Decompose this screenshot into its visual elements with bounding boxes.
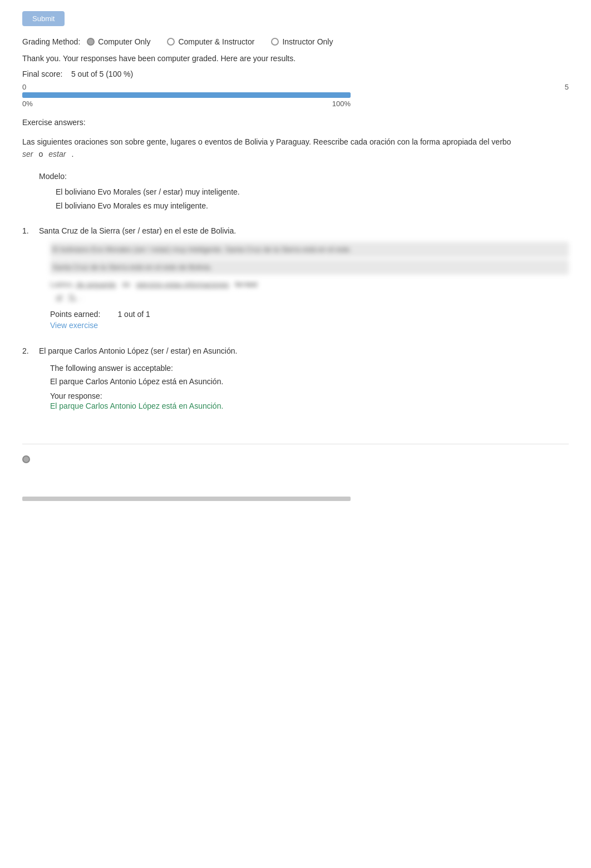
score-bar-container: 0 5 0% 100%: [22, 83, 569, 108]
score-bar-labels: 0 5: [22, 83, 569, 91]
exercise-item-1: 1. Santa Cruz de la Sierra (ser / estar)…: [22, 226, 569, 330]
modelo-label: Modelo:: [39, 172, 569, 181]
radio-label-instructor-only: Instructor Only: [282, 37, 333, 46]
radio-circle-computer-only: [87, 38, 95, 46]
radio-computer-only[interactable]: Computer Only: [87, 37, 150, 46]
bar-max-label: 5: [565, 83, 569, 91]
final-score-line: Final score: 5 out of 5 (100 %): [22, 70, 569, 78]
bottom-area: [22, 444, 569, 501]
instructions-words: ser o estar .: [22, 148, 73, 160]
blurred-line-1b: Santa Cruz de la Sierra está en el este …: [50, 260, 569, 275]
result-text: Thank you. Your responses have been comp…: [22, 54, 569, 63]
word-period: .: [71, 148, 73, 160]
bottom-progress-bar: [22, 497, 351, 501]
radio-instructor-only[interactable]: Instructor Only: [271, 37, 333, 46]
grading-method-label: Grading Method:: [22, 37, 80, 46]
points-earned-1: Points earned: 1 out of 1: [50, 310, 569, 319]
your-response-text-2: El parque Carlos Antonio López está en A…: [50, 401, 569, 410]
blurred-section-1: El boliviano Evo Morales (ser / estar) m…: [50, 242, 569, 304]
percent-min-label: 0%: [22, 100, 33, 108]
final-score-label: Final score:: [22, 70, 62, 78]
bottom-radio: [22, 455, 569, 463]
radio-circle-computer-instructor: [167, 38, 175, 46]
exercise-question-2: 2. El parque Carlos Antonio López (ser /…: [22, 346, 569, 355]
exercise-question-text-1: Santa Cruz de la Sierra (ser / estar) en…: [39, 226, 236, 235]
radio-computer-instructor[interactable]: Computer & Instructor: [167, 37, 254, 46]
points-earned-label-1: Points earned:: [50, 310, 100, 319]
radio-label-computer-instructor: Computer & Instructor: [178, 37, 254, 46]
modelo-section: Modelo: El boliviano Evo Morales (ser / …: [39, 172, 569, 213]
bottom-radio-circle: [22, 455, 30, 463]
acceptable-label-2: The following answer is acceptable:: [50, 362, 569, 375]
instructions-text: Las siguientes oraciones son sobre gente…: [22, 137, 511, 146]
exercise-number-1: 1.: [22, 226, 33, 235]
radio-circle-instructor-only: [271, 38, 279, 46]
percent-max-label: 100%: [332, 100, 351, 108]
score-percent-labels: 0% 100%: [22, 100, 351, 108]
top-logo[interactable]: Submit: [22, 11, 65, 26]
exercise-number-2: 2.: [22, 346, 33, 355]
modelo-line-1: El boliviano Evo Morales (ser / estar) m…: [56, 185, 569, 199]
word-estar: estar: [48, 148, 66, 160]
radio-label-computer-only: Computer Only: [98, 37, 150, 46]
blurred-line-1c: Ladres, de seguente de ejercicio estas i…: [50, 278, 569, 304]
score-bar: [22, 92, 351, 98]
grading-method-row: Grading Method: Computer Only Computer &…: [22, 37, 569, 46]
score-bar-fill: [22, 92, 351, 98]
radio-group: Computer Only Computer & Instructor Inst…: [87, 37, 333, 46]
points-earned-value-1: 1 out of 1: [117, 310, 150, 319]
acceptable-answer-2: The following answer is acceptable: El p…: [50, 362, 569, 389]
blurred-line-1a: El boliviano Evo Morales (ser / estar) m…: [50, 242, 569, 257]
bar-min-label: 0: [22, 83, 26, 91]
score-value: 5 out of 5 (100 %): [71, 70, 133, 78]
view-exercise-link-1[interactable]: View exercise: [50, 321, 98, 330]
acceptable-text-2: El parque Carlos Antonio López está en A…: [50, 375, 569, 389]
exercise-question-text-2: El parque Carlos Antonio López (ser / es…: [39, 346, 237, 355]
exercise-item-2: 2. El parque Carlos Antonio López (ser /…: [22, 346, 569, 411]
modelo-content: El boliviano Evo Morales (ser / estar) m…: [56, 185, 569, 213]
your-response-label-2: Your response:: [50, 391, 569, 400]
word-ser: ser: [22, 148, 33, 160]
exercise-answers-title: Exercise answers:: [22, 118, 569, 127]
word-o: o: [38, 148, 43, 160]
exercise-question-1: 1. Santa Cruz de la Sierra (ser / estar)…: [22, 226, 569, 235]
instructions: Las siguientes oraciones son sobre gente…: [22, 136, 569, 161]
modelo-line-2: El boliviano Evo Morales es muy intelige…: [56, 199, 569, 213]
